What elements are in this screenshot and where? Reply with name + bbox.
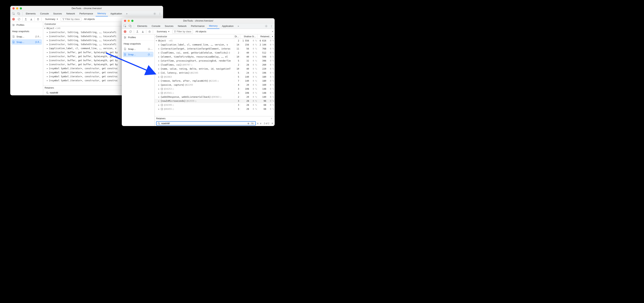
kebab-icon[interactable]: ⋮ [269,24,274,28]
save-icon[interactable]: ▢ [220,96,222,98]
download-icon[interactable] [140,29,145,34]
tab-network[interactable]: Network [64,11,77,16]
table-row[interactable]: ▶{id, latency, entries} @623455240 %1960… [155,71,275,75]
gear-icon[interactable] [264,24,268,28]
tab-performance[interactable]: Performance [78,11,95,16]
inspect-icon[interactable] [11,11,16,16]
prev-match-icon[interactable]: ∧ [257,122,259,125]
save-icon[interactable]: ▢ [191,64,192,66]
expand-icon[interactable]: ▶ [158,104,160,106]
expand-icon[interactable]: ▶ [158,64,160,66]
expand-icon[interactable]: ▶ [46,68,48,69]
inspect-icon[interactable] [123,24,127,28]
device-toggle-icon[interactable] [128,24,132,28]
table-row[interactable]: ▶{} @38399 ▢3280 %680 % [155,103,275,107]
table-row[interactable]: ▶{name, value, rating, delta, entries, i… [155,67,275,71]
column-header-retained[interactable]: Retained…▼ [258,34,275,38]
expand-icon[interactable]: ▶ [158,108,160,110]
expand-icon[interactable]: ▶ [158,48,160,50]
expand-icon[interactable]: ▶ [158,44,160,46]
expand-icon[interactable]: ▶ [158,76,160,78]
record-icon[interactable] [11,17,16,21]
search-input[interactable] [161,122,246,125]
snapshot-item[interactable]: Snap… (1.6… [10,34,43,39]
table-row[interactable]: ▶{} @53541 ▢31080 %1480 % [155,91,275,95]
tab-network[interactable]: Network [176,23,188,29]
expand-icon[interactable]: ▶ [46,47,48,49]
menu-icon[interactable]: ≡ [270,117,273,120]
view-select[interactable]: Summary ▼ [155,29,171,34]
table-row[interactable]: ▶{} @46455 ▢3280 %680 % [155,107,275,111]
column-header-shallow[interactable]: Shallow Si… [240,34,258,38]
gc-icon[interactable] [148,29,152,34]
retainers-header[interactable]: Retainers ≡ [155,116,275,121]
tab-sources[interactable]: Sources [52,11,64,16]
snapshot-item[interactable]: Snap… (1.… [123,52,154,57]
table-row[interactable]: ▶{element, timeToFirstByte, resourceLoad… [155,55,275,59]
gear-icon[interactable] [152,11,157,16]
more-tabs-icon[interactable]: » [236,24,240,28]
upload-icon[interactable] [24,17,28,21]
gc-icon[interactable] [36,17,40,21]
expand-icon[interactable]: ▶ [158,72,160,74]
class-filter[interactable]: Filter by class [172,29,193,34]
expand-icon[interactable]: ▶ [46,31,48,33]
expand-icon[interactable]: ▶ [46,80,48,81]
expand-icon[interactable]: ▶ [158,68,160,70]
table-row[interactable]: ▶{nowInMicroseconds} @62039 ▢3280 %960 % [155,99,275,103]
expand-icon[interactable]: ▶ [46,76,48,77]
snapshot-item[interactable]: Snap… (1.6… [11,39,42,45]
close-search-icon[interactable]: × [272,122,273,125]
expand-icon[interactable]: ▶ [158,96,160,98]
clear-input-icon[interactable]: ⊗ [248,122,250,125]
save-icon[interactable]: ▢ [218,80,219,82]
table-row[interactable]: ▶{webUIResponse, webUIListenerCallback} … [155,95,275,99]
objects-filter[interactable]: All objects [82,17,96,21]
objects-filter[interactable]: All objects [194,29,208,34]
expand-icon[interactable]: ▶ [158,84,160,86]
table-row[interactable]: ▶{interactionTarget, interactionTargetEl… [155,47,275,51]
expand-icon[interactable]: ▶ [158,56,160,58]
expand-icon[interactable]: ▶ [158,52,160,54]
table-row[interactable]: ▶{startTime, processingStart, processing… [155,59,275,63]
match-case-icon[interactable]: Aa [250,122,254,125]
kebab-icon[interactable]: ⋮ [158,11,162,16]
save-icon[interactable]: ▢ [195,100,196,102]
download-icon[interactable] [29,17,34,21]
expand-icon[interactable]: ▶ [158,100,160,102]
expand-icon[interactable]: ▶ [46,59,48,61]
expand-icon[interactable]: ▶ [46,43,48,45]
expand-icon[interactable]: ▶ [46,72,48,73]
expand-icon[interactable]: ▶ [46,51,48,53]
table-row[interactable]: ▶{} @34253 ▢31080 %1480 % [155,87,275,91]
save-icon[interactable]: ▢ [172,108,174,110]
expand-icon[interactable]: ▶ [46,35,48,37]
clear-icon[interactable] [17,17,21,21]
device-toggle-icon[interactable] [16,11,21,16]
save-icon[interactable]: ▢ [172,104,174,106]
chevron-down-icon[interactable]: ▼ [272,31,274,32]
table-row[interactable]: ▶{} @4266351400 %1800 % [155,75,275,79]
tab-application[interactable]: Application [220,23,236,29]
table-row[interactable]: ▶{loadTimes, csi} @49707 ▢2280 %2600 % [155,63,275,67]
expand-icon[interactable]: ▼ [156,40,157,42]
table-row[interactable]: ▶{application_label, cl, command_line, …… [155,43,275,47]
snapshot-item[interactable]: Snap… (1.… [122,46,154,52]
table-row[interactable]: ▼Object ×45 2 1 556 0 % 6 616 0 % [155,39,275,43]
table-row[interactable]: ▶{remove, before, after, replaceWith} @6… [155,79,275,83]
expand-icon[interactable]: ▶ [158,88,160,90]
table-row[interactable]: ▶{loadTimes, csi, send, getVariableValue… [155,51,275,55]
column-header-distance[interactable]: Di… [234,34,240,38]
more-tabs-icon[interactable]: » [124,11,129,16]
table-row[interactable]: ▶{passive, capture} @622934200 %1600 % [155,83,275,87]
expand-icon[interactable]: ▶ [46,55,48,57]
view-select[interactable]: Summary ▼ [44,17,60,21]
tab-application[interactable]: Application [108,11,124,16]
expand-icon[interactable]: ▶ [46,63,48,65]
tab-console[interactable]: Console [38,11,51,16]
tab-memory[interactable]: Memory [96,11,108,16]
expand-icon[interactable]: ▶ [158,60,160,62]
expand-icon[interactable]: ▶ [158,92,160,94]
expand-icon[interactable]: ▶ [158,80,160,82]
tab-console[interactable]: Console [150,23,162,29]
